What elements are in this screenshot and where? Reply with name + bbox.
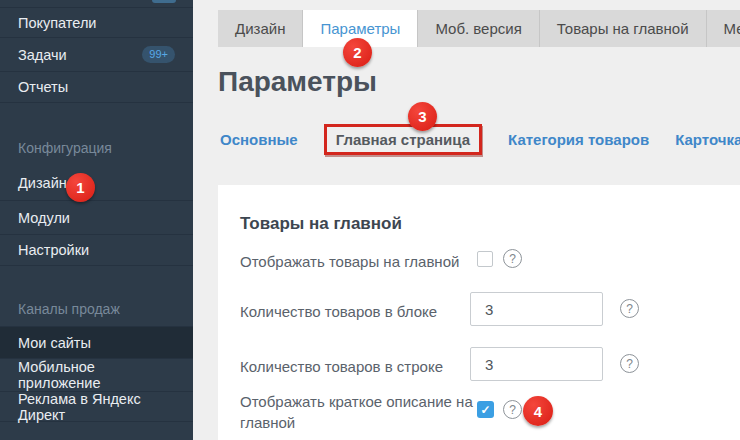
sidebar-item-design[interactable]: Дизайн [0,165,193,200]
sidebar-gap [0,266,193,292]
sidebar-item-my-sites[interactable]: Мои сайты [0,326,193,358]
tasks-count-badge: 99+ [142,46,175,63]
sidebar-top-divider [0,0,193,8]
field-label-show-short-description: Отображать краткое описание на главной [240,391,475,433]
settings-card: Товары на главной Отображать товары на г… [218,185,740,440]
sidebar-item-label: Модули [18,210,70,226]
sidebar-item-label: Настройки [18,242,89,258]
annotation-circle-4: 4 [523,396,553,426]
input-products-per-block[interactable] [470,292,603,326]
subtab-bar: Основные Главная страница Категория това… [220,122,740,156]
tab-label: Меню [724,20,740,37]
question-glyph: ? [509,403,516,417]
annotation-circle-3: 3 [408,102,437,131]
help-icon[interactable]: ? [503,400,522,419]
sidebar-item-mobile-app[interactable]: Мобильное приложение [0,358,193,391]
tab-label: Моб. версия [435,20,521,37]
subtab-product-card[interactable]: Карточка товара [675,131,740,148]
page-title: Параметры [218,66,377,98]
tab-products-on-home[interactable]: Товары на главной [539,10,706,47]
sidebar: Покупатели Задачи 99+ Отчеты Конфигураци… [0,0,193,440]
question-glyph: ? [626,302,633,316]
section-header-label: Конфигурация [18,140,112,156]
card-heading: Товары на главной [240,214,402,234]
sidebar-item-label: Покупатели [18,15,96,31]
question-glyph: ? [626,357,633,371]
top-tabbar: Дизайн Параметры Моб. версия Товары на г… [218,10,740,47]
partial-badge [152,0,176,3]
sidebar-item-label: Дизайн [18,175,67,191]
sidebar-item-label: Мобильное приложение [18,359,175,391]
subtab-product-category[interactable]: Категория товаров [508,131,649,148]
checkbox-show-short-description[interactable]: ✓ [477,401,494,418]
help-icon[interactable]: ? [620,299,639,318]
check-icon: ✓ [480,403,490,417]
sidebar-item-modules[interactable]: Модули [0,200,193,234]
tab-design[interactable]: Дизайн [218,10,302,47]
annotation-circle-2: 2 [343,38,372,67]
sidebar-section-configuration: Конфигурация [0,130,193,165]
field-label-show-products: Отображать товары на главной [240,251,475,272]
checkbox-show-products[interactable] [477,251,493,267]
field-label-products-per-block: Количество товаров в блоке [240,301,475,322]
help-icon[interactable]: ? [503,249,522,268]
help-icon[interactable]: ? [620,354,639,373]
sidebar-item-reports[interactable]: Отчеты [0,71,193,103]
subtab-general[interactable]: Основные [220,131,298,148]
sidebar-section-sales-channels: Каналы продаж [0,292,193,326]
tab-label: Товары на главной [557,20,689,37]
annotation-circle-1: 1 [66,173,95,202]
tab-label: Параметры [320,20,400,37]
input-products-per-row[interactable] [470,347,603,381]
section-header-label: Каналы продаж [18,301,120,317]
tab-label: Дизайн [235,20,285,37]
sidebar-item-yandex-direct[interactable]: Реклама в Яндекс Директ [0,391,193,422]
tab-menu[interactable]: Меню [706,10,740,47]
question-glyph: ? [509,252,516,266]
sidebar-item-label: Отчеты [18,79,68,95]
sidebar-gap [0,103,193,130]
sidebar-item-label: Мои сайты [18,335,91,351]
sidebar-item-label: Реклама в Яндекс Директ [18,391,175,423]
sidebar-item-tasks[interactable]: Задачи 99+ [0,37,193,71]
field-label-products-per-row: Количество товаров в строке [240,356,475,377]
sidebar-item-settings[interactable]: Настройки [0,234,193,266]
sidebar-item-label: Задачи [18,47,67,63]
tab-mobile-version[interactable]: Моб. версия [417,10,538,47]
subtab-home-page[interactable]: Главная страница [324,124,482,155]
sidebar-item-customers[interactable]: Покупатели [0,8,193,37]
